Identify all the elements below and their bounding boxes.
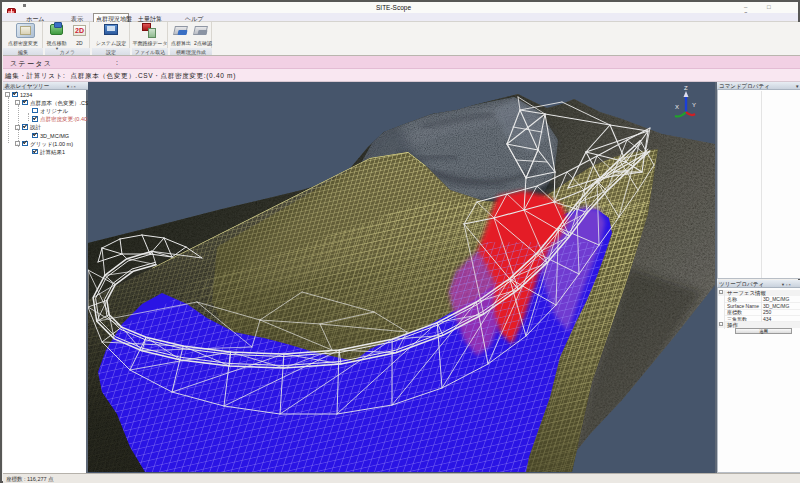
svg-text:X: X <box>675 104 679 110</box>
svg-text:Z: Z <box>684 85 688 91</box>
svg-text:Y: Y <box>692 102 696 108</box>
